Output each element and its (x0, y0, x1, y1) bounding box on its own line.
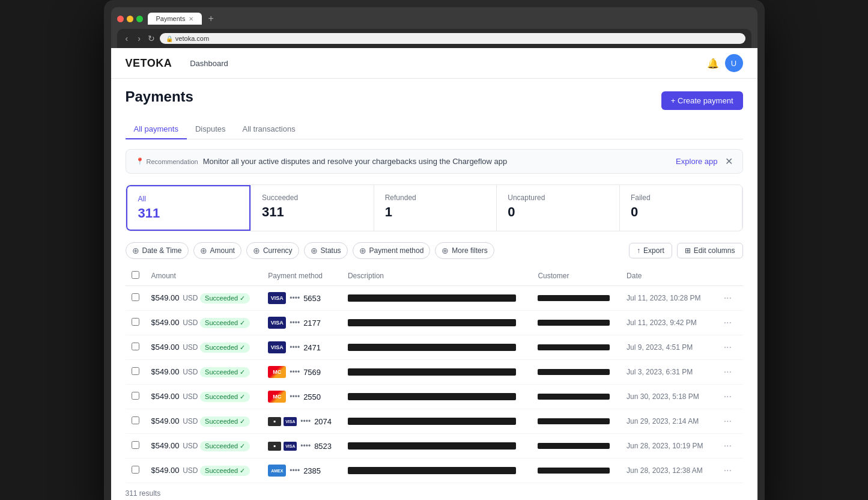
stat-label-refunded: Refunded (385, 194, 486, 202)
date-cell: Jun 29, 2023, 2:14 AM (621, 409, 714, 434)
table-row[interactable]: $549.00 USD Succeeded ✓AMEX•••• 2385Jun … (126, 459, 743, 483)
row-more-button[interactable]: ··· (720, 291, 735, 305)
filter-currency[interactable]: ⊕Currency (246, 242, 299, 259)
date-cell: Jun 30, 2023, 5:18 PM (621, 385, 714, 409)
header-actions: 🔔 U (707, 54, 743, 72)
traffic-lights (117, 16, 143, 22)
address-bar[interactable]: 🔒 vetoka.com (160, 33, 745, 44)
row-checkbox-6[interactable] (132, 441, 139, 449)
description-bar (348, 344, 516, 351)
close-window-btn[interactable] (117, 16, 124, 22)
table-row[interactable]: $549.00 USD Succeeded ✓MC•••• 7569Jul 3,… (126, 360, 743, 385)
create-payment-button[interactable]: + Create payment (661, 91, 743, 110)
refresh-button[interactable]: ↻ (148, 34, 155, 43)
filters-row: ⊕Date & Time ⊕Amount ⊕Currency ⊕Status ⊕… (126, 242, 743, 259)
filter-more[interactable]: ⊕More filters (435, 242, 494, 259)
description-bar (348, 294, 516, 302)
row-checkbox-7[interactable] (132, 466, 139, 474)
bell-icon[interactable]: 🔔 (707, 58, 719, 69)
col-date: Date (621, 266, 714, 286)
description-cell (342, 311, 532, 335)
browser-tab[interactable]: Payments ✕ (148, 13, 202, 25)
fullscreen-window-btn[interactable] (136, 16, 143, 22)
back-button[interactable]: ‹ (123, 32, 131, 44)
row-checkbox-5[interactable] (132, 416, 139, 424)
minimize-window-btn[interactable] (127, 16, 133, 22)
new-tab-button[interactable]: + (204, 12, 217, 25)
filter-payment-method[interactable]: ⊕Payment method (353, 242, 431, 259)
row-more-button[interactable]: ··· (720, 316, 735, 329)
customer-cell (532, 434, 621, 459)
edit-columns-button[interactable]: ⊞ Edit columns (677, 243, 743, 258)
tab-close-icon[interactable]: ✕ (189, 16, 193, 22)
table-row[interactable]: $549.00 USD Succeeded ✓VISA•••• 2177Jul … (126, 311, 743, 335)
row-more-button[interactable]: ··· (720, 390, 735, 403)
columns-icon: ⊞ (685, 246, 691, 255)
tab-title: Payments (156, 15, 186, 22)
description-cell (342, 434, 532, 459)
stat-card-succeeded[interactable]: Succeeded 311 (251, 185, 374, 231)
row-checkbox-0[interactable] (132, 293, 139, 301)
amount-cell: $549.00 USD Succeeded ✓ (145, 286, 263, 311)
table-row[interactable]: $549.00 USD Succeeded ✓VISA•••• 2471Jul … (126, 335, 743, 360)
status-badge: Succeeded ✓ (200, 318, 250, 328)
stat-value-uncaptured: 0 (508, 204, 609, 220)
stat-value-succeeded: 311 (262, 204, 363, 220)
table-row[interactable]: $549.00 USD Succeeded ✓VISA•••• 5653Jul … (126, 286, 743, 311)
filter-status[interactable]: ⊕Status (304, 242, 348, 259)
customer-bar (538, 443, 610, 449)
row-more-button[interactable]: ··· (720, 439, 735, 453)
payment-method-cell: MC•••• 7569 (262, 360, 342, 385)
card-last4: 2471 (303, 343, 321, 352)
stat-card-uncaptured[interactable]: Uncaptured 0 (497, 185, 619, 231)
tab-all-transactions[interactable]: All transactions (234, 120, 304, 139)
table-row[interactable]: $549.00 USD Succeeded ✓■VISA•••• 8523Jun… (126, 434, 743, 459)
tab-all-payments[interactable]: All payments (126, 120, 187, 139)
amount-value: $549.00 (151, 416, 180, 425)
stat-card-failed[interactable]: Failed 0 (620, 185, 742, 231)
payment-method-cell: VISA•••• 2177 (262, 311, 342, 335)
customer-bar (538, 468, 610, 474)
visa-icon: VISA (284, 442, 297, 451)
description-cell (342, 459, 532, 483)
row-checkbox-4[interactable] (132, 392, 139, 400)
customer-bar (538, 394, 610, 400)
tab-disputes[interactable]: Disputes (187, 120, 234, 139)
customer-bar (538, 320, 610, 326)
select-all-checkbox[interactable] (132, 271, 139, 279)
dual-card-icon: ■VISA (268, 442, 297, 451)
visa-icon: VISA (284, 417, 297, 426)
nav-dashboard[interactable]: Dashboard (190, 59, 228, 68)
stat-card-all[interactable]: All 311 (126, 185, 251, 231)
status-badge: Succeeded ✓ (200, 441, 250, 451)
avatar[interactable]: U (725, 54, 743, 72)
description-bar (348, 319, 516, 326)
table-row[interactable]: $549.00 USD Succeeded ✓■VISA•••• 2074Jun… (126, 409, 743, 434)
row-more-button[interactable]: ··· (720, 464, 735, 477)
row-checkbox-2[interactable] (132, 343, 139, 350)
row-more-button[interactable]: ··· (720, 415, 735, 428)
explore-app-link[interactable]: Explore app (676, 157, 717, 166)
card-last4: 2550 (303, 392, 321, 401)
stat-value-all: 311 (138, 206, 239, 221)
banner-tag: 📍 Recommendation (136, 157, 198, 165)
table-row[interactable]: $549.00 USD Succeeded ✓MC•••• 2550Jun 30… (126, 385, 743, 409)
payment-method-cell: ■VISA•••• 8523 (262, 434, 342, 459)
customer-bar (538, 295, 610, 301)
amount-cell: $549.00 USD Succeeded ✓ (145, 360, 263, 385)
row-more-button[interactable]: ··· (720, 365, 735, 379)
forward-button[interactable]: › (135, 32, 143, 44)
amount-cell: $549.00 USD Succeeded ✓ (145, 311, 263, 335)
stat-label-succeeded: Succeeded (262, 194, 363, 202)
stat-card-refunded[interactable]: Refunded 1 (374, 185, 497, 231)
row-checkbox-3[interactable] (132, 367, 139, 375)
row-checkbox-1[interactable] (132, 318, 139, 326)
banner-close-button[interactable]: ✕ (725, 156, 733, 167)
customer-bar (538, 344, 610, 350)
filter-datetime[interactable]: ⊕Date & Time (126, 242, 189, 259)
export-button[interactable]: ↑ Export (629, 243, 672, 258)
filter-buttons: ⊕Date & Time ⊕Amount ⊕Currency ⊕Status ⊕… (126, 242, 494, 259)
amount-value: $549.00 (151, 343, 180, 352)
row-more-button[interactable]: ··· (720, 341, 735, 354)
filter-amount[interactable]: ⊕Amount (193, 242, 241, 259)
